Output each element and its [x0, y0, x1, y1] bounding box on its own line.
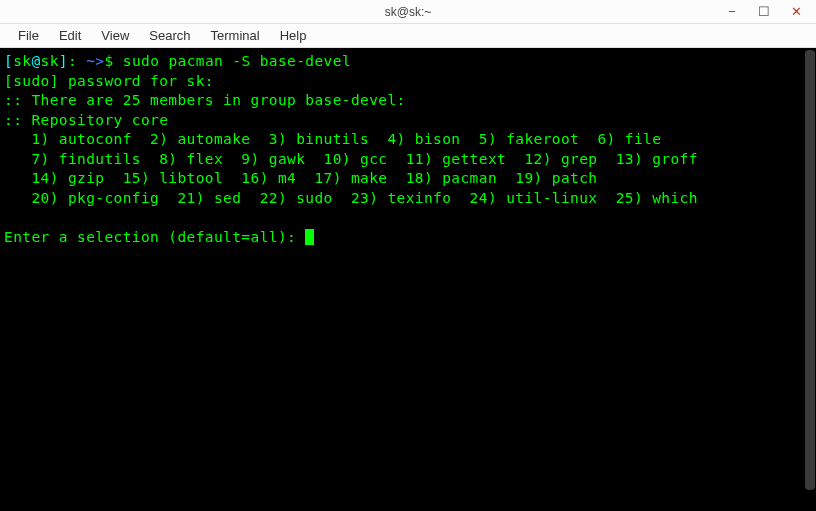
minimize-icon: −	[728, 4, 736, 19]
pkg-row-1: 1) autoconf 2) automake 3) binutils 4) b…	[4, 131, 661, 147]
maximize-icon: ☐	[758, 4, 770, 19]
pkg-row-2: 7) findutils 8) flex 9) gawk 10) gcc 11)…	[4, 151, 698, 167]
repo-line: :: Repository core	[4, 112, 168, 128]
prompt-colon: :	[68, 53, 86, 69]
minimize-button[interactable]: −	[716, 0, 748, 24]
menu-view[interactable]: View	[91, 26, 139, 45]
selection-prompt: Enter a selection (default=all):	[4, 229, 305, 245]
pkg-row-3: 14) gzip 15) libtool 16) m4 17) make 18)…	[4, 170, 597, 186]
prompt-arrow: >	[95, 53, 104, 69]
menubar: File Edit View Search Terminal Help	[0, 24, 816, 48]
prompt-lb: [	[4, 53, 13, 69]
prompt-dollar: $	[105, 53, 123, 69]
menu-file[interactable]: File	[8, 26, 49, 45]
members-line: :: There are 25 members in group base-de…	[4, 92, 406, 108]
scrollbar-thumb[interactable]	[805, 50, 815, 490]
prompt-rb: ]	[59, 53, 68, 69]
menu-edit[interactable]: Edit	[49, 26, 91, 45]
window-controls: − ☐ ✕	[716, 0, 812, 23]
titlebar: sk@sk:~ − ☐ ✕	[0, 0, 816, 24]
scrollbar[interactable]	[804, 48, 816, 511]
maximize-button[interactable]: ☐	[748, 0, 780, 24]
prompt-user: sk	[13, 53, 31, 69]
terminal-wrap: [sk@sk]: ~>$ sudo pacman -S base-devel […	[0, 48, 816, 511]
pkg-row-4: 20) pkg-config 21) sed 22) sudo 23) texi…	[4, 190, 698, 206]
terminal-output[interactable]: [sk@sk]: ~>$ sudo pacman -S base-devel […	[0, 48, 804, 511]
menu-search[interactable]: Search	[139, 26, 200, 45]
prompt-path: ~	[86, 53, 95, 69]
menu-terminal[interactable]: Terminal	[201, 26, 270, 45]
password-line: [sudo] password for sk:	[4, 73, 223, 89]
prompt-host: sk	[41, 53, 59, 69]
close-button[interactable]: ✕	[780, 0, 812, 24]
cursor	[305, 229, 314, 245]
close-icon: ✕	[791, 4, 802, 19]
window-title: sk@sk:~	[385, 5, 432, 19]
command: sudo pacman -S base-devel	[123, 53, 351, 69]
menu-help[interactable]: Help	[270, 26, 317, 45]
prompt-at: @	[31, 53, 40, 69]
